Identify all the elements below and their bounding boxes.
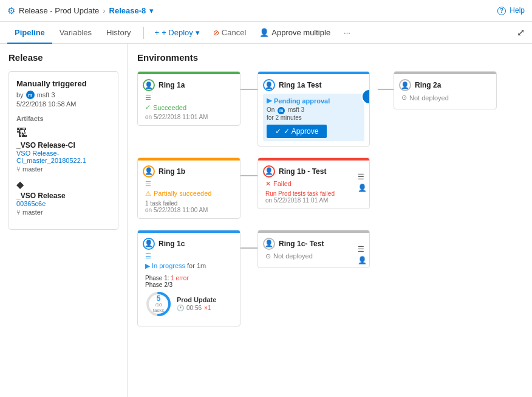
ring1c-phase1-label: Phase 1: (145, 275, 169, 281)
ring1a-date: on 5/22/2018 11:01 AM (143, 114, 235, 120)
help-link[interactable]: ? Help (497, 6, 525, 15)
ring1b-test-person2-icon[interactable]: 👤 (358, 184, 367, 192)
ring1c-tasks-done: 5 (153, 295, 165, 302)
more-button[interactable]: ··· (338, 26, 356, 40)
ring1a-test-avatar-inline: m (278, 107, 285, 114)
expand-button[interactable]: ⤢ (517, 27, 525, 38)
release-card: Manually triggered by m msft 3 5/22/2018… (9, 71, 118, 230)
approve-icon: 👤 (259, 28, 269, 37)
ring1b-warning-icon: ⚠ (145, 190, 151, 198)
artifact-2-branch: ⑂ master (16, 209, 111, 216)
h-line-2 (378, 89, 394, 90)
ring1b-tasks-failed: 1 task failed (143, 200, 235, 207)
release-chevron[interactable]: ▾ (149, 6, 154, 15)
nav-actions: + + Deploy ▾ ⊘ Cancel 👤 Approve multiple… (149, 26, 356, 40)
ring1c-person-icon: 👤 (143, 238, 155, 250)
nav-separator (143, 27, 144, 39)
pipeline-flow: 👤 Ring 1a ☰ ✓ Succeeded on 5/22/2018 11:… (137, 71, 522, 326)
connector-1b-test (240, 157, 257, 194)
ring2a-status: ⊙ Not deployed (399, 94, 491, 102)
ring1b-status: ⚠ Partially succeeded (143, 190, 235, 198)
trigger-label: Manually triggered (16, 79, 111, 88)
deploy-chevron: ▾ (196, 28, 200, 37)
on-label: On (267, 106, 275, 113)
connector-1a-test (240, 71, 257, 108)
pipeline-row-2: 👤 Ring 1b ☰ ⚠ Partially succeeded 1 task… (137, 157, 522, 219)
breadcrumb-sep: › (103, 6, 105, 15)
deploy-icon: + (155, 28, 160, 37)
ring1c-test-status: ⊙ Not deployed (263, 252, 352, 260)
approval-avatar-icon: 👤 (365, 92, 370, 101)
ring1a-person-icon: 👤 (143, 79, 155, 91)
artifact-2-link[interactable]: 00365c6e (16, 200, 111, 207)
approve-btn-label: ✓ Approve (284, 127, 318, 136)
ring1c-circle-text: 5 /10 tasks (153, 295, 165, 313)
pipeline-row-1: 👤 Ring 1a ☰ ✓ Succeeded on 5/22/2018 11:… (137, 71, 522, 147)
connector-test-2a (378, 71, 394, 108)
ring1c-test-log-icon[interactable]: ☰ (358, 245, 367, 254)
ring1c-play-icon: ▶ (145, 262, 150, 270)
ring1a-test-status: Pending approval (274, 97, 330, 105)
tab-pipeline[interactable]: Pipeline (7, 22, 52, 44)
ring1b-test-error: Run Prod tests task failed (263, 190, 352, 197)
header-icon: ⚙ (7, 5, 15, 16)
cancel-label: Cancel (222, 28, 246, 37)
tab-history[interactable]: History (99, 22, 138, 44)
branch-icon-1: ⑂ (16, 165, 21, 173)
approve-check-icon: ✓ (275, 127, 281, 136)
ring1b-test-status: ✕ Failed (263, 180, 352, 188)
ring1b-node: 👤 Ring 1b ☰ ⚠ Partially succeeded 1 task… (137, 157, 240, 219)
ring1b-test-date: on 5/22/2018 11:01 AM (263, 197, 352, 204)
ring1b-test-fail-icon: ✕ (265, 180, 271, 188)
ring1a-node: 👤 Ring 1a ☰ ✓ Succeeded on 5/22/2018 11:… (137, 71, 240, 126)
ring1a-test-duration: for 2 minutes (267, 114, 302, 121)
ring1c-clock-icon: 🕐 (177, 305, 184, 311)
ring1b-date: on 5/22/2018 11:00 AM (143, 207, 235, 213)
breadcrumb: ⚙ Release - Prod Update › Release-8 ▾ (7, 5, 154, 16)
sidebar: Release Manually triggered by m msft 3 5… (0, 44, 128, 397)
deploy-button[interactable]: + + Deploy ▾ (149, 26, 206, 40)
h-line-1 (240, 89, 257, 90)
ring1b-test-name: Ring 1b - Test (279, 167, 326, 176)
ring1c-name: Ring 1c (159, 240, 185, 248)
artifact-1-icon: 🏗 (16, 127, 111, 140)
ring1b-test-icons: ☰ 👤 (358, 173, 367, 192)
approve-multiple-button[interactable]: 👤 Approve multiple (253, 26, 336, 40)
ring1c-progress-area: 5 /10 tasks Prod Update 🕐 00:56 (143, 288, 235, 321)
ring1b-test-log-icon[interactable]: ☰ (358, 173, 367, 181)
ring1a-test-user: msft 3 (288, 106, 304, 113)
tab-variables[interactable]: Variables (52, 22, 99, 44)
artifact-2-name: _VSO Release (16, 192, 111, 200)
ring1b-test-node: 👤 Ring 1b - Test ✕ Failed Run Prod tests… (257, 157, 370, 209)
ring1c-tasks-label: tasks (153, 308, 165, 313)
ring1a-name: Ring 1a (159, 81, 185, 89)
branch-icon-2: ⑂ (16, 209, 21, 216)
ring1b-test-person-icon: 👤 (263, 165, 275, 178)
ring1c-duration: for 1m (187, 262, 206, 269)
more-label: ··· (344, 28, 350, 37)
ring1c-test-person-icon: 👤 (263, 238, 275, 250)
ring1c-test-icons: ☰ 👤 (358, 245, 367, 264)
ring1a-test-node: 👤 Ring 1a Test ▶ Pending approval On m (257, 71, 370, 147)
artifacts-label: Artifacts (16, 115, 111, 122)
breadcrumb-release: Release - Prod Update (19, 6, 99, 15)
by-prefix: by (16, 91, 24, 98)
ring1b-name: Ring 1b (159, 167, 185, 176)
header: ⚙ Release - Prod Update › Release-8 ▾ ? … (0, 0, 532, 22)
ring1a-test-name: Ring 1a Test (279, 81, 321, 89)
main: Release Manually triggered by m msft 3 5… (0, 44, 532, 397)
ring2a-person-icon: 👤 (399, 79, 411, 91)
trigger-date: 5/22/2018 10:58 AM (16, 100, 111, 108)
trigger-by: by m msft 3 (16, 91, 111, 99)
approve-button[interactable]: ✓ ✓ Approve (267, 125, 327, 138)
ring1c-test-person2-icon[interactable]: 👤 (358, 256, 367, 264)
approve-multiple-label: Approve multiple (271, 28, 330, 37)
artifact-2-icon: ◆ (16, 179, 111, 190)
user-avatar: m (26, 91, 35, 99)
cancel-button[interactable]: ⊘ Cancel (207, 26, 252, 40)
artifact-1-link[interactable]: VSO Release-CI_master_20180522.1 (16, 150, 111, 164)
ring2a-clock-icon: ⊙ (401, 94, 407, 102)
ring1a-check-icon: ✓ (145, 103, 151, 111)
ring1c-test-clock-icon: ⊙ (265, 252, 271, 260)
ring1c-test-node: 👤 Ring 1c- Test ⊙ Not deployed ☰ 👤 (257, 230, 370, 268)
